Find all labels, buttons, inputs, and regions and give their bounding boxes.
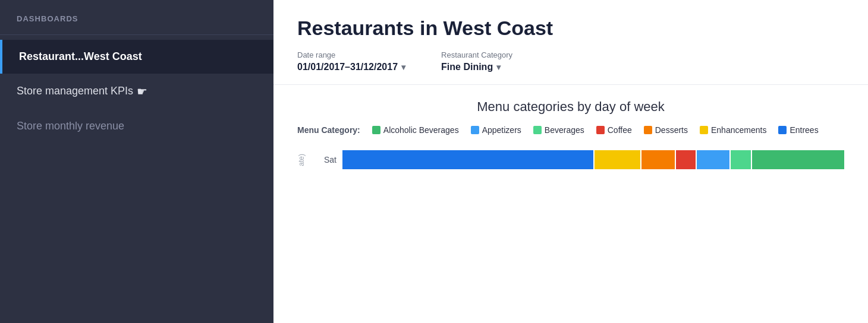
legend-item-enhancements: Enhancements xyxy=(700,125,766,135)
legend-item-entrees: Entrees xyxy=(778,125,818,135)
sidebar: DASHBOARDS Restaurant...West CoastStore … xyxy=(0,0,273,323)
sidebar-item-store-monthly-revenue[interactable]: Store monthly revenue xyxy=(0,109,273,143)
bar-row: Sat xyxy=(315,144,844,175)
legend-text-beverages: Beverages xyxy=(545,125,584,135)
filters-row: Date range 01/01/2017–31/12/2017 ▾ Resta… xyxy=(297,50,844,72)
date-range-value[interactable]: 01/01/2017–31/12/2017 ▾ xyxy=(297,62,405,72)
sidebar-item-restaurant-west-coast[interactable]: Restaurant...West Coast xyxy=(0,40,273,74)
restaurant-category-chevron-icon: ▾ xyxy=(496,62,501,72)
main-content: Restaurants in West Coast Date range 01/… xyxy=(273,0,868,323)
bar-segment-alcoholic-beverages xyxy=(752,150,844,169)
legend-text-alcoholic-beverages: Alcoholic Beverages xyxy=(383,125,459,135)
bar-row-label: Sat xyxy=(315,155,336,164)
bar-container xyxy=(342,150,844,169)
sidebar-header: DASHBOARDS xyxy=(0,0,273,35)
date-range-filter: Date range 01/01/2017–31/12/2017 ▾ xyxy=(297,50,405,72)
bar-segment-desserts xyxy=(641,150,674,169)
legend-color-coffee xyxy=(596,126,605,134)
legend-text-desserts: Desserts xyxy=(655,125,688,135)
legend-item-appetizers: Appetizers xyxy=(471,125,521,135)
chart-content: Sat xyxy=(315,144,844,175)
legend-color-beverages xyxy=(533,126,542,134)
chart-area: Menu categories by day of week Menu Cate… xyxy=(273,85,868,323)
legend-text-appetizers: Appetizers xyxy=(482,125,521,135)
legend-item-coffee: Coffee xyxy=(596,125,632,135)
legend-color-entrees xyxy=(778,126,787,134)
legend-item-alcoholic-beverages: Alcoholic Beverages xyxy=(372,125,459,135)
date-range-label: Date range xyxy=(297,50,405,59)
chart-legend: Menu Category:Alcoholic BeveragesAppetiz… xyxy=(297,125,844,135)
bar-segment-entrees xyxy=(342,150,593,169)
sidebar-nav: Restaurant...West CoastStore management … xyxy=(0,35,273,143)
chart-row-area: ate) Sat xyxy=(297,144,844,175)
legend-color-alcoholic-beverages xyxy=(372,126,380,134)
restaurant-category-text: Fine Dining xyxy=(441,62,493,72)
dashboards-label: DASHBOARDS xyxy=(17,14,78,23)
legend-item-desserts: Desserts xyxy=(644,125,688,135)
bar-segment-coffee xyxy=(676,150,696,169)
cursor-icon: ☛ xyxy=(137,84,147,99)
legend-color-appetizers xyxy=(471,126,479,134)
bar-segment-appetizers xyxy=(697,150,729,169)
restaurant-category-label: Restaurant Category xyxy=(441,50,512,59)
legend-label: Menu Category: xyxy=(297,125,360,135)
legend-text-enhancements: Enhancements xyxy=(711,125,766,135)
date-range-text: 01/01/2017–31/12/2017 xyxy=(297,62,398,72)
date-range-chevron-icon: ▾ xyxy=(401,62,405,72)
legend-text-entrees: Entrees xyxy=(790,125,818,135)
sidebar-item-store-management-kpis[interactable]: Store management KPIs☛ xyxy=(0,74,273,109)
legend-item-beverages: Beverages xyxy=(533,125,584,135)
chart-title: Menu categories by day of week xyxy=(297,99,844,115)
bar-segment-beverages xyxy=(731,150,750,169)
legend-text-coffee: Coffee xyxy=(608,125,632,135)
page-title: Restaurants in West Coast xyxy=(297,17,844,40)
restaurant-category-value[interactable]: Fine Dining ▾ xyxy=(441,62,512,72)
main-header: Restaurants in West Coast Date range 01/… xyxy=(273,0,868,85)
legend-color-enhancements xyxy=(700,126,708,134)
restaurant-category-filter: Restaurant Category Fine Dining ▾ xyxy=(441,50,512,72)
bar-segment-enhancements xyxy=(595,150,641,169)
legend-color-desserts xyxy=(644,126,652,134)
y-axis-label: ate) xyxy=(297,154,309,166)
